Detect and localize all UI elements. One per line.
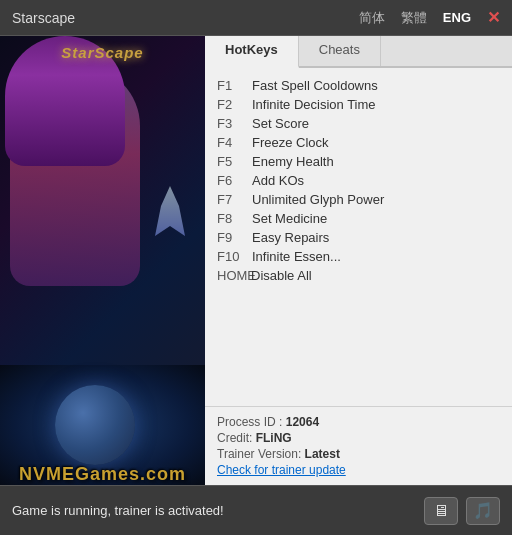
footer-icons: 🖥 🎵 (424, 497, 500, 525)
hotkey-key: F6 (217, 173, 252, 188)
hotkey-row: F8Set Medicine (217, 209, 500, 228)
close-button[interactable]: ✕ (487, 8, 500, 27)
hotkey-key: F9 (217, 230, 252, 245)
hotkey-row: F4Freeze Clock (217, 133, 500, 152)
credit-row: Credit: FLiNG (217, 431, 500, 445)
hotkey-row: F10Infinite Essen... (217, 247, 500, 266)
process-id-label: Process ID : (217, 415, 282, 429)
process-id-row: Process ID : 12064 (217, 415, 500, 429)
trainer-update-link[interactable]: Check for trainer update (217, 463, 346, 477)
lang-simplified-btn[interactable]: 简体 (355, 7, 389, 29)
hotkey-key: F8 (217, 211, 252, 226)
hotkey-key: F1 (217, 78, 252, 93)
lang-traditional-btn[interactable]: 繁體 (397, 7, 431, 29)
tab-cheats[interactable]: Cheats (299, 36, 381, 66)
hotkey-row: F1Fast Spell Cooldowns (217, 76, 500, 95)
hotkey-label: Easy Repairs (252, 230, 329, 245)
hotkey-label: Set Medicine (252, 211, 327, 226)
hotkeys-list: F1Fast Spell CooldownsF2Infinite Decisio… (205, 68, 512, 406)
hotkey-key: F5 (217, 154, 252, 169)
credit-value: FLiNG (256, 431, 292, 445)
game-cover-art: StarScape NVMEGames.com (0, 36, 205, 485)
tab-hotkeys[interactable]: HotKeys (205, 36, 299, 68)
trainer-version-row: Trainer Version: Latest (217, 447, 500, 461)
credit-label: Credit: (217, 431, 252, 445)
title-bar: Starscape 简体 繁體 ENG ✕ (0, 0, 512, 36)
planet-art (55, 385, 135, 465)
footer-status-bar: Game is running, trainer is activated! 🖥… (0, 485, 512, 535)
lang-english-btn[interactable]: ENG (439, 8, 475, 27)
hotkey-key: F4 (217, 135, 252, 150)
hotkey-row: F5Enemy Health (217, 152, 500, 171)
hotkey-label: Set Score (252, 116, 309, 131)
hotkey-row: F6Add KOs (217, 171, 500, 190)
hotkey-key: F10 (217, 249, 252, 264)
hotkey-label: Unlimited Glyph Power (252, 192, 384, 207)
music-icon: 🎵 (473, 501, 493, 520)
trainer-version-value: Latest (305, 447, 340, 461)
game-title-overlay: StarScape (61, 44, 143, 61)
hotkey-key: F2 (217, 97, 252, 112)
app-title: Starscape (12, 10, 75, 26)
update-link-row[interactable]: Check for trainer update (217, 463, 500, 477)
status-message: Game is running, trainer is activated! (12, 503, 224, 518)
hotkey-label: Disable All (251, 268, 312, 283)
process-id-value: 12064 (286, 415, 319, 429)
hotkey-key: F3 (217, 116, 252, 131)
process-info-panel: Process ID : 12064 Credit: FLiNG Trainer… (205, 406, 512, 485)
monitor-icon-button[interactable]: 🖥 (424, 497, 458, 525)
hotkey-label: Enemy Health (252, 154, 334, 169)
hotkey-label: Infinite Decision Time (252, 97, 376, 112)
spaceship-art (155, 186, 185, 236)
game-cover-panel: StarScape NVMEGames.com (0, 36, 205, 485)
hotkey-label: Fast Spell Cooldowns (252, 78, 378, 93)
hotkey-label: Freeze Clock (252, 135, 329, 150)
trainer-version-label: Trainer Version: (217, 447, 301, 461)
right-panel: HotKeys Cheats F1Fast Spell CooldownsF2I… (205, 36, 512, 485)
hotkey-label: Infinite Essen... (252, 249, 341, 264)
hotkey-row: F7Unlimited Glyph Power (217, 190, 500, 209)
hotkey-key: F7 (217, 192, 252, 207)
hotkey-label: Add KOs (252, 173, 304, 188)
hotkey-row: F2Infinite Decision Time (217, 95, 500, 114)
hotkey-row: F9Easy Repairs (217, 228, 500, 247)
hotkey-row: F3Set Score (217, 114, 500, 133)
main-content: StarScape NVMEGames.com HotKeys Cheats F… (0, 36, 512, 485)
language-selector: 简体 繁體 ENG ✕ (355, 7, 500, 29)
hotkey-row: HOMEDisable All (217, 266, 500, 285)
monitor-icon: 🖥 (433, 502, 449, 520)
music-icon-button[interactable]: 🎵 (466, 497, 500, 525)
tab-bar: HotKeys Cheats (205, 36, 512, 68)
